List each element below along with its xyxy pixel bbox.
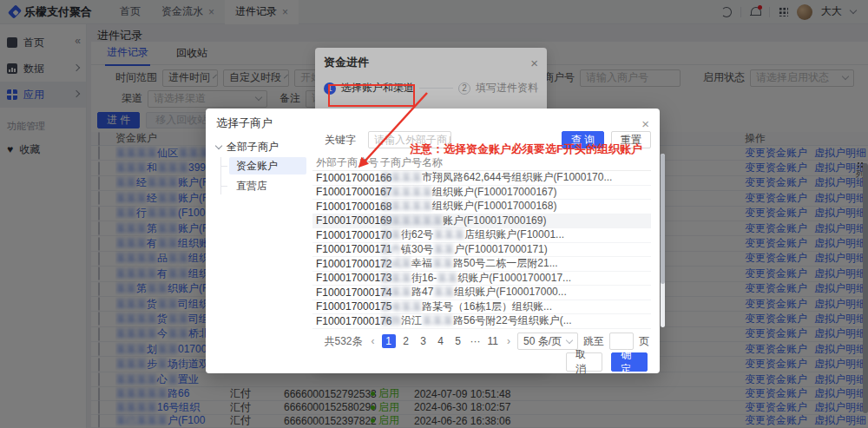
text-fragment: 沿江 bbox=[401, 314, 422, 326]
text-fragment: 组织账户(F100017000... bbox=[454, 286, 566, 298]
close-icon[interactable]: × bbox=[641, 117, 649, 130]
text-fragment: 组织账户(F100017000168) bbox=[432, 200, 556, 212]
external-id-cell: F100017000168 bbox=[312, 201, 380, 213]
submerchant-table-header: 外部子商户号 子商户号名称 bbox=[312, 155, 651, 171]
tree-root-all[interactable]: 全部子商户 bbox=[216, 138, 306, 155]
page-5[interactable]: 5 bbox=[451, 334, 465, 348]
submerchant-name-cell: 某某某某市翔凤路642,644号组织账户(F1000170... bbox=[380, 170, 651, 185]
confirm-button[interactable]: 确 定 bbox=[611, 352, 648, 372]
column-name: 子商户号名称 bbox=[380, 155, 651, 170]
submerchant-tree: 全部子商户 资金账户 直营店 bbox=[216, 138, 306, 197]
external-id-cell: F100017000176 bbox=[312, 315, 380, 327]
keyword-label: 关键字 bbox=[325, 133, 356, 148]
submerchant-name-cell: 某某某某某组织账户(F100017000168) bbox=[380, 199, 651, 214]
redacted-text: 某某某某某 bbox=[380, 186, 432, 198]
external-id-cell: F100017000169 bbox=[312, 214, 380, 227]
next-page-icon[interactable]: › bbox=[505, 335, 512, 347]
redacted-text: 某某某 bbox=[433, 228, 464, 240]
external-id-cell: F100017000172 bbox=[312, 258, 380, 270]
submerchant-name-cell: 某某某路47某某组织账户(F100017000... bbox=[380, 285, 651, 300]
submerchant-name-cell: 某某某某某组织账户(F100017000167) bbox=[380, 185, 651, 200]
tree-item-direct-store[interactable]: 直营店 bbox=[229, 177, 306, 194]
page-4[interactable]: 4 bbox=[434, 334, 448, 348]
text-fragment: 店组织账户(F10001... bbox=[464, 228, 564, 240]
submerchant-row[interactable]: F100017000173某某某街16-某某织账户(F10001700017..… bbox=[312, 272, 651, 286]
submerchant-name-cell: 某某街62号某某某店组织账户(F10001... bbox=[380, 227, 651, 242]
annotation-note: 注意：选择资金账户必须要选F开头的组织账户 bbox=[410, 142, 642, 157]
redacted-text: 某某 bbox=[380, 228, 401, 240]
jump-suffix: 页 bbox=[639, 334, 649, 349]
prev-page-icon[interactable]: ‹ bbox=[370, 335, 377, 347]
submerchant-row[interactable]: F100017000168某某某某某组织账户(F100017000168) bbox=[312, 200, 651, 214]
page-ellipsis: ··· bbox=[469, 334, 483, 348]
text-fragment: 幸福 bbox=[411, 257, 432, 269]
tree-item-fund-account[interactable]: 资金账户 bbox=[229, 157, 306, 174]
page-2[interactable]: 2 bbox=[399, 334, 413, 348]
redacted-text: 某某某某某某 bbox=[380, 214, 443, 227]
submerchant-name-cell: 某陈沿江某某某路56号附22号组织账户(... bbox=[380, 313, 651, 328]
total-count: 共532条 bbox=[325, 334, 363, 349]
column-external-id: 外部子商户号 bbox=[312, 155, 380, 170]
modal-title: 选择子商户 bbox=[216, 115, 273, 131]
text-fragment: 街16- bbox=[411, 272, 437, 284]
submerchant-row[interactable]: F100017000170某某街62号某某某店组织账户(F10001... bbox=[312, 228, 651, 243]
redacted-text: 某省某某 bbox=[380, 300, 422, 313]
jump-label: 跳至 bbox=[583, 334, 604, 349]
text-fragment: 组织账户(F100017000167) bbox=[432, 186, 556, 198]
submerchant-name-cell: 某成某幸福某某路50号二栋一层附21... bbox=[380, 256, 651, 271]
external-id-cell: F100017000167 bbox=[312, 186, 380, 198]
text-fragment: 路50号二栋一层附21... bbox=[453, 257, 558, 269]
submerchant-row[interactable]: F100017000176某陈沿江某某某路56号附22号组织账户(... bbox=[312, 314, 651, 329]
submerchant-row[interactable]: F100017000172某成某幸福某某路50号二栋一层附21... bbox=[312, 257, 651, 272]
text-fragment: 街62号 bbox=[401, 228, 433, 240]
text-fragment: 户(F100017000171) bbox=[454, 243, 547, 255]
external-id-cell: F100017000175 bbox=[312, 300, 380, 313]
pagination: 共532条 ‹ 12345···11 › 50 条/页 跳至 页 bbox=[312, 333, 649, 350]
external-id-cell: F100017000171 bbox=[312, 243, 380, 255]
external-id-cell: F100017000166 bbox=[312, 172, 380, 184]
submerchant-row[interactable]: F100017000171某丹镇30号某某户(F100017000171) bbox=[312, 243, 651, 258]
page-3[interactable]: 3 bbox=[417, 334, 431, 348]
redacted-text: 某某 bbox=[433, 243, 454, 255]
redacted-text: 某丹 bbox=[380, 243, 401, 255]
text-fragment: 镇30号 bbox=[401, 243, 433, 255]
submerchant-row[interactable]: F100017000166某某某某市翔凤路642,644号组织账户(F10001… bbox=[312, 171, 651, 186]
redacted-text: 某某 bbox=[433, 286, 454, 298]
external-id-cell: F100017000173 bbox=[312, 272, 380, 284]
submerchant-name-cell: 某某某街16-某某织账户(F10001700017... bbox=[380, 271, 651, 286]
text-fragment: 织账户(F10001700017... bbox=[457, 272, 571, 284]
redacted-text: 某某某 bbox=[380, 286, 411, 298]
text-fragment: 路某号（16栋1层）组织账... bbox=[422, 300, 552, 313]
redacted-text: 某某某某 bbox=[380, 171, 422, 183]
submerchant-row[interactable]: F100017000167某某某某某组织账户(F100017000167) bbox=[312, 186, 651, 201]
page-1[interactable]: 1 bbox=[382, 334, 396, 348]
redacted-text: 某某某 bbox=[422, 314, 453, 326]
redacted-text: 某某某某某 bbox=[380, 200, 432, 212]
modal-scrollbar[interactable] bbox=[661, 154, 665, 327]
page-size-select[interactable]: 50 条/页 bbox=[517, 333, 578, 350]
annotation-highlight-box bbox=[328, 84, 415, 107]
text-fragment: 账户(F100017000169) bbox=[443, 214, 546, 227]
page-11[interactable]: 11 bbox=[486, 334, 500, 348]
caret-down-icon bbox=[215, 142, 222, 148]
external-id-cell: F100017000170 bbox=[312, 229, 380, 241]
text-fragment: 路47 bbox=[411, 286, 433, 298]
submerchant-row[interactable]: F100017000175某省某某路某号（16栋1层）组织账... bbox=[312, 300, 651, 315]
cancel-button[interactable]: 取 消 bbox=[566, 352, 602, 372]
submerchant-row[interactable]: F100017000169某某某某某某账户(F100017000169) bbox=[312, 214, 651, 229]
redacted-text: 某某某 bbox=[380, 272, 411, 284]
text-fragment: 路56号附22号组织账户(... bbox=[453, 314, 572, 326]
text-fragment: 市翔凤路642,644号组织账户(F1000170... bbox=[422, 171, 612, 183]
submerchant-name-cell: 某某某某某某账户(F100017000169) bbox=[380, 214, 651, 228]
redacted-text: 某陈 bbox=[380, 314, 401, 326]
redacted-text: 某某 bbox=[432, 257, 453, 269]
redacted-text: 某某 bbox=[437, 272, 457, 284]
submerchant-name-cell: 某省某某路某号（16栋1层）组织账... bbox=[380, 300, 651, 314]
redacted-text: 某成某 bbox=[380, 257, 411, 269]
submerchant-row[interactable]: F100017000174某某某路47某某组织账户(F100017000... bbox=[312, 286, 651, 300]
external-id-cell: F100017000174 bbox=[312, 286, 380, 299]
submerchant-name-cell: 某丹镇30号某某户(F100017000171) bbox=[380, 242, 651, 257]
